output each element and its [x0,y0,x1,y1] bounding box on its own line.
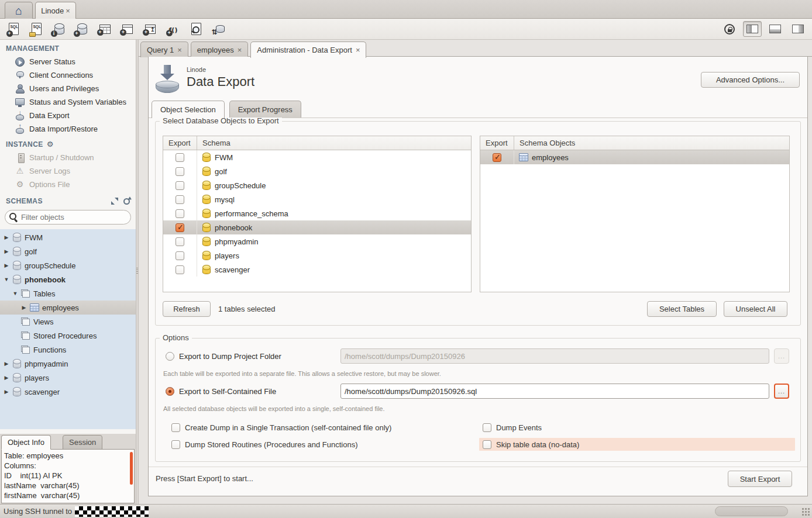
toolbar-button-create-function[interactable]: f()+ [164,20,182,38]
close-icon[interactable]: × [238,46,242,54]
expander-collapsed-icon[interactable]: ▶ [4,234,9,240]
toolbar-button-toggle-right-sidebar[interactable] [789,21,807,37]
table-row-performance-schema[interactable]: performance_schema [163,206,471,220]
select-tables-button[interactable]: Select Tables [647,301,717,317]
export-checkbox[interactable] [493,153,501,162]
self-contained-path-input[interactable] [340,384,769,399]
connection-tab-linode[interactable]: Linode × [35,2,76,19]
tree-item-phpmyadmin[interactable]: ▶phpmyadmin [0,357,136,371]
expander-collapsed-icon[interactable]: ▶ [4,248,9,254]
unselect-all-button[interactable]: Unselect All [724,301,787,317]
tab-administration-data-export[interactable]: Administration - Data Export× [250,42,366,58]
home-tab[interactable]: ⌂ [5,2,33,19]
dump-folder-browse-button[interactable]: ... [774,348,789,364]
self-contained-browse-button[interactable]: ... [774,384,789,399]
sidebar-item-client-connections[interactable]: Client Connections [0,68,136,82]
sidebar-item-data-export[interactable]: Data Export [0,109,136,122]
close-icon[interactable]: × [66,6,70,15]
option-dump-stored-routines-procedures-and-functions[interactable]: Dump Stored Routines (Procedures and Fun… [168,438,472,451]
tab-export-progress[interactable]: Export Progress [229,101,301,118]
expander-collapsed-icon[interactable]: ▶ [21,305,27,310]
table-row-employees[interactable]: employees [480,150,789,164]
tab-object-selection[interactable]: Object Selection [152,101,225,118]
export-self-contained-option[interactable]: Export to Self-Contained File [166,384,276,399]
refresh-schemas-icon[interactable] [123,198,130,205]
tree-item-golf[interactable]: ▶golf [0,244,136,258]
start-export-button[interactable]: Start Export [728,471,792,487]
option-create-dump-in-a-single-transaction-self-contained-file-only[interactable]: Create Dump in a Single Transaction (sel… [168,421,472,434]
expander-collapsed-icon[interactable]: ▶ [4,389,9,395]
tree-item-players[interactable]: ▶players [0,371,136,385]
table-row-groupschedule[interactable]: groupSchedule [163,178,471,192]
tab-employees[interactable]: employees× [191,42,248,57]
self-contained-radio[interactable] [166,387,174,396]
table-row-phpmyadmin[interactable]: phpmyadmin [163,234,471,248]
tree-item-tables[interactable]: ▼Tables [0,286,136,301]
tree-item-scavenger[interactable]: ▶scavenger [0,385,136,399]
table-row-phonebook[interactable]: phonebook [163,220,471,234]
export-checkbox[interactable] [176,251,184,260]
close-icon[interactable]: × [356,46,360,54]
export-checkbox[interactable] [176,265,184,274]
tree-item-fwm[interactable]: ▶FWM [0,230,136,244]
tree-item-employees[interactable]: ▶employees [0,301,136,315]
table-row-scavenger[interactable]: scavenger [163,263,471,277]
horizontal-scrollbar[interactable] [715,506,788,516]
checkbox[interactable] [171,423,180,432]
toolbar-button-create-schema[interactable]: + [73,20,91,38]
expander-collapsed-icon[interactable]: ▶ [4,361,9,367]
table-row-fwm[interactable]: FWM [163,150,471,164]
sidebar-item-status-and-system-variables[interactable]: Status and System Variables [0,95,136,109]
export-checkbox[interactable] [176,223,184,232]
table-row-golf[interactable]: golf [163,164,471,178]
tab-object-info[interactable]: Object Info [1,435,51,450]
advanced-options-button[interactable]: Advanced Options... [701,72,800,88]
resize-grip-icon[interactable] [801,507,810,516]
checkbox[interactable] [483,423,491,432]
expander-expanded-icon[interactable]: ▼ [4,277,9,282]
expand-schemas-icon[interactable] [111,198,118,205]
toolbar-button-open-sql-script[interactable]: SQL [27,20,45,38]
sidebar-item-users-and-privileges[interactable]: Users and Privileges [0,82,136,95]
expander-collapsed-icon[interactable]: ▶ [4,263,9,268]
export-checkbox[interactable] [176,153,184,162]
toolbar-button-inspect-database[interactable]: i [50,20,68,38]
option-dump-events[interactable]: Dump Events [479,421,795,434]
checkbox[interactable] [171,440,180,449]
object-info-scrollbar[interactable] [130,452,133,485]
schema-filter-input[interactable] [5,210,131,225]
table-row-players[interactable]: players [163,248,471,263]
export-checkbox[interactable] [176,209,184,218]
export-checkbox[interactable] [176,167,184,176]
tab-query-1[interactable]: Query 1× [140,42,188,57]
toolbar-button-search-table-data[interactable] [187,20,205,38]
toolbar-button-connection-lock[interactable] [720,21,739,37]
toolbar-button-create-view[interactable]: + [119,20,136,38]
tree-item-stored-procedures[interactable]: Stored Procedures [0,329,136,343]
export-dump-folder-option[interactable]: Export to Dump Project Folder [166,348,281,364]
dump-folder-radio[interactable] [166,352,174,361]
toolbar-button-reconnect-dbms[interactable] [210,20,228,38]
tree-item-functions[interactable]: Functions [0,343,136,357]
toolbar-button-create-table[interactable]: + [96,20,113,38]
sidebar-item-server-status[interactable]: Server Status [0,55,136,68]
sidebar-item-data-import-restore[interactable]: Data Import/Restore [0,122,136,136]
close-icon[interactable]: × [177,46,182,54]
tab-session[interactable]: Session [63,435,102,450]
export-checkbox[interactable] [176,195,184,204]
dump-folder-path-input[interactable] [340,348,769,364]
option-skip-table-data-no-data[interactable]: Skip table data (no-data) [479,438,795,451]
export-checkbox[interactable] [176,181,184,190]
refresh-button[interactable]: Refresh [163,301,211,317]
checkbox[interactable] [483,440,491,449]
tree-item-phonebook[interactable]: ▼phonebook [0,272,136,286]
toolbar-button-new-sql-tab[interactable]: SQL+ [5,20,22,38]
tree-item-views[interactable]: Views [0,315,136,329]
sidebar-splitter[interactable] [136,40,139,504]
toolbar-button-toggle-output-area[interactable] [766,21,785,37]
expander-collapsed-icon[interactable]: ▶ [4,375,9,381]
table-row-mysql[interactable]: mysql [163,192,471,206]
export-checkbox[interactable] [176,237,184,246]
tree-item-groupschedule[interactable]: ▶groupSchedule [0,258,136,272]
expander-expanded-icon[interactable]: ▼ [12,291,18,296]
